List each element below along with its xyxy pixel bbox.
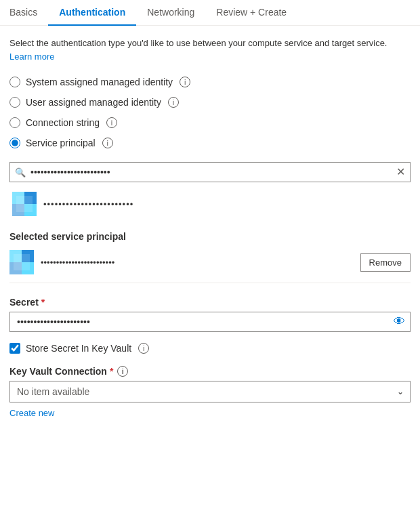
secret-field-group: Secret * 👁 bbox=[9, 297, 411, 332]
tab-review-create[interactable]: Review + Create bbox=[205, 0, 297, 26]
radio-service-principal-input[interactable] bbox=[9, 138, 20, 148]
search-container: 🔍 ✕ bbox=[9, 162, 411, 182]
svg-rect-5 bbox=[16, 196, 33, 212]
learn-more-link[interactable]: Learn more bbox=[9, 51, 54, 62]
service-principal-info-icon[interactable]: i bbox=[102, 138, 113, 148]
store-secret-label: Store Secret In Key Vault bbox=[26, 343, 131, 354]
auth-type-radio-group: System assigned managed identity i User … bbox=[9, 77, 411, 148]
radio-user-identity-input[interactable] bbox=[9, 97, 20, 108]
search-result-item[interactable]: •••••••••••••••••••••••• bbox=[9, 188, 411, 220]
tab-basics[interactable]: Basics bbox=[9, 0, 48, 26]
remove-button[interactable]: Remove bbox=[360, 253, 411, 272]
radio-user-identity[interactable]: User assigned managed identity i bbox=[9, 97, 411, 108]
kv-dropdown-container: No item available ⌄ bbox=[9, 381, 411, 402]
secret-input[interactable] bbox=[9, 312, 411, 332]
service-principal-icon bbox=[12, 192, 37, 216]
tab-authentication[interactable]: Authentication bbox=[48, 0, 136, 26]
store-secret-checkbox[interactable] bbox=[9, 343, 20, 354]
connection-string-info-icon[interactable]: i bbox=[106, 117, 117, 128]
radio-connection-string-input[interactable] bbox=[9, 117, 20, 128]
create-new-link[interactable]: Create new bbox=[9, 408, 54, 418]
kv-connection-dropdown[interactable]: No item available bbox=[9, 381, 411, 402]
search-result-name: •••••••••••••••••••••••• bbox=[43, 199, 133, 209]
radio-user-identity-label: User assigned managed identity bbox=[26, 97, 161, 108]
show-secret-icon[interactable]: 👁 bbox=[394, 315, 405, 329]
radio-system-identity-input[interactable] bbox=[9, 77, 20, 87]
secret-required-star: * bbox=[41, 297, 45, 308]
selected-item-row: •••••••••••••••••••••••• Remove bbox=[9, 250, 411, 283]
search-clear-icon[interactable]: ✕ bbox=[396, 167, 405, 178]
radio-system-identity[interactable]: System assigned managed identity i bbox=[9, 77, 411, 87]
store-secret-info-icon[interactable]: i bbox=[138, 343, 149, 354]
tab-bar: Basics Authentication Networking Review … bbox=[0, 0, 420, 26]
radio-connection-string[interactable]: Connection string i bbox=[9, 117, 411, 128]
radio-service-principal-label: Service principal bbox=[26, 138, 96, 148]
kv-connection-label: Key Vault Connection * i bbox=[9, 366, 411, 377]
svg-rect-11 bbox=[14, 254, 30, 270]
user-identity-info-icon[interactable]: i bbox=[168, 97, 179, 108]
secret-container: 👁 bbox=[9, 312, 411, 332]
system-identity-info-icon[interactable]: i bbox=[180, 77, 190, 87]
kv-required-star: * bbox=[110, 366, 113, 377]
store-secret-checkbox-row: Store Secret In Key Vault i bbox=[9, 343, 411, 354]
selected-item-name: •••••••••••••••••••••••• bbox=[41, 257, 354, 268]
secret-label: Secret * bbox=[9, 297, 411, 308]
search-input[interactable] bbox=[9, 162, 411, 182]
radio-service-principal[interactable]: Service principal i bbox=[9, 138, 411, 148]
radio-connection-string-label: Connection string bbox=[26, 117, 100, 128]
selected-service-principal-icon bbox=[9, 250, 34, 274]
description-text: Select the authentication type you'd lik… bbox=[9, 37, 411, 63]
radio-system-identity-label: System assigned managed identity bbox=[26, 77, 173, 87]
selected-section-label: Selected service principal bbox=[9, 231, 411, 242]
search-icon: 🔍 bbox=[15, 167, 26, 178]
tab-networking[interactable]: Networking bbox=[136, 0, 205, 26]
kv-info-icon[interactable]: i bbox=[117, 366, 128, 377]
content-area: Select the authentication type you'd lik… bbox=[0, 26, 420, 429]
